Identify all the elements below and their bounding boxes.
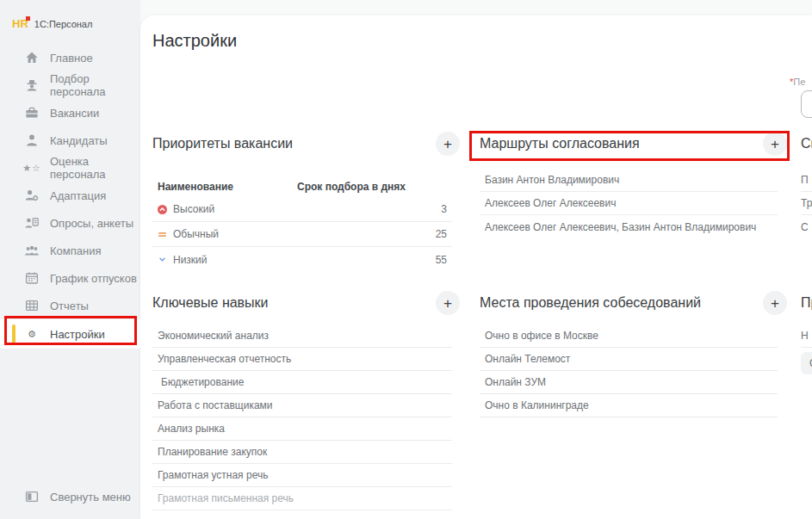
sidebar-item-reports[interactable]: Отчеты <box>0 292 140 319</box>
table-row[interactable]: Низкий 55 <box>152 247 452 272</box>
list-item[interactable]: Онлайн ЗУМ <box>480 371 778 394</box>
list-item[interactable]: Работа с поставщиками <box>152 394 452 417</box>
list-item[interactable]: Очно в офисе в Москве <box>480 324 778 348</box>
list-item[interactable]: Анализ рынка <box>152 417 452 441</box>
calendar-icon <box>24 270 40 286</box>
sidebar-item-label: Компания <box>50 244 102 257</box>
priority-days: 3 <box>441 203 447 215</box>
headhunter-icon <box>24 77 40 93</box>
list-item[interactable]: Алексеев Олег Алексеевич, Базин Антон Вл… <box>480 215 778 238</box>
grid-icon <box>24 298 40 313</box>
list-item[interactable]: Грамотная устная речь <box>152 464 452 487</box>
add-skill-button[interactable]: + <box>436 291 460 315</box>
right-section-2: Пр Н О <box>801 290 812 374</box>
list-item[interactable]: Грамотная письменная речь <box>152 487 452 510</box>
venues-section-header: Места проведения собеседований + <box>480 290 787 316</box>
sidebar-item-candidates[interactable]: Кандидаты <box>0 127 140 154</box>
list-item[interactable]: Базин Антон Владимирович <box>480 169 778 192</box>
list-item[interactable]: С <box>801 215 812 238</box>
priority-name: Низкий <box>173 254 208 266</box>
home-icon <box>24 50 40 65</box>
priorities-title: Приоритеты вакансии <box>152 136 293 151</box>
skills-section: Ключевые навыки + Экономический анализ У… <box>152 290 460 510</box>
sidebar-item-label: Опросы, анкеты <box>50 217 133 230</box>
collapse-menu-icon <box>24 489 40 504</box>
sidebar-item-settings[interactable]: ⚙ Настройки <box>0 319 140 349</box>
required-field-label: *Пе <box>790 77 805 87</box>
list-item[interactable]: Бюджетирование <box>152 371 452 394</box>
page-title: Настройки <box>152 31 237 51</box>
sidebar-item-label: Главное <box>50 52 93 65</box>
right-section-1-title: Сп <box>801 136 812 151</box>
sidebar-item-label: Подбор персонала <box>50 72 140 98</box>
sidebar-item-surveys[interactable]: Опросы, анкеты <box>0 209 140 237</box>
priorities-section: Приоритеты вакансии + Наименование Срок … <box>152 131 460 272</box>
venues-list: Очно в офисе в Москве Онлайн Телемост Он… <box>480 324 778 417</box>
sidebar-item-main[interactable]: Главное <box>0 44 140 71</box>
adaptation-icon <box>24 188 40 203</box>
sidebar-item-vacancies[interactable]: Вакансии <box>0 99 140 127</box>
collapse-menu-button[interactable]: Свернуть меню <box>0 485 131 508</box>
sidebar-item-adaptation[interactable]: Адаптация <box>0 182 140 209</box>
candidate-icon <box>24 133 40 148</box>
list-item[interactable]: Алексеев Олег Алексеевич <box>480 192 778 215</box>
table-row[interactable]: Обычный 25 <box>152 222 452 247</box>
priority-name: Обычный <box>173 228 219 240</box>
right-panel-input[interactable] <box>801 90 812 118</box>
app-logo: HR 1С:Персонал <box>12 17 92 30</box>
stars-icon: ★☆ <box>24 160 40 176</box>
list-item[interactable]: Очно в Калининграде <box>480 394 778 417</box>
sidebar-item-assessment[interactable]: ★☆ Оценка персонала <box>0 154 140 182</box>
right-section-1: Сп П Тр С <box>801 131 812 238</box>
sidebar-item-company[interactable]: Компания <box>0 237 140 264</box>
sidebar-item-label: Оценка персонала <box>50 155 140 181</box>
add-priority-button[interactable]: + <box>436 132 460 156</box>
column-name: Наименование <box>158 181 297 193</box>
priorities-section-header: Приоритеты вакансии + <box>152 131 460 157</box>
skills-list: Экономический анализ Управленческая отче… <box>152 324 452 510</box>
list-item[interactable]: Управленческая отчетность <box>152 348 452 371</box>
list-item[interactable]: Экономический анализ <box>152 324 452 348</box>
survey-icon <box>24 215 40 231</box>
sidebar-item-label: Настройки <box>50 328 105 341</box>
hr-logo-icon: HR <box>12 17 28 30</box>
sidebar-item-label: Отчеты <box>50 300 89 312</box>
column-days: Срок подбора в днях <box>297 181 406 193</box>
selected-pill[interactable]: О <box>801 352 812 374</box>
priority-high-icon <box>158 205 167 214</box>
right-section-2-list: Н О <box>801 324 812 374</box>
add-venue-button[interactable]: + <box>763 291 787 315</box>
routes-section-header: Маршруты согласования + <box>480 131 787 157</box>
sidebar-item-label: Кандидаты <box>50 134 108 147</box>
gear-icon: ⚙ <box>24 326 40 342</box>
priorities-table-header: Наименование Срок подбора в днях <box>152 176 452 197</box>
routes-title: Маршруты согласования <box>480 136 640 151</box>
list-item[interactable]: Планирование закупок <box>152 441 452 464</box>
priority-normal-icon <box>158 230 167 239</box>
right-section-1-list: П Тр С <box>801 169 812 238</box>
table-row[interactable]: Высокий 3 <box>152 197 452 222</box>
venues-section: Места проведения собеседований + Очно в … <box>480 290 787 417</box>
priority-days: 55 <box>436 254 447 266</box>
priority-days: 25 <box>436 228 447 240</box>
settings-page: Настройки Приоритеты вакансии + Наименов… <box>140 15 812 519</box>
sidebar-item-label: График отпусков <box>50 272 137 285</box>
collapse-menu-label: Свернуть меню <box>50 491 131 504</box>
skills-title: Ключевые навыки <box>152 295 269 311</box>
briefcase-icon <box>24 105 40 120</box>
sidebar-item-label: Вакансии <box>50 107 99 120</box>
sidebar-item-vacation-schedule[interactable]: График отпусков <box>0 264 140 292</box>
routes-section: Маршруты согласования + Базин Антон Влад… <box>480 131 787 238</box>
list-item[interactable]: Тр <box>801 192 812 215</box>
skills-section-header: Ключевые навыки + <box>152 290 460 316</box>
sidebar-nav: Главное Подбор персонала Вакансии Кандид… <box>0 44 140 349</box>
sidebar: HR 1С:Персонал Главное Подбор персонала … <box>0 0 140 519</box>
list-item[interactable]: П <box>801 169 812 192</box>
add-route-button[interactable]: + <box>763 132 787 156</box>
list-item[interactable]: Онлайн Телемост <box>480 348 778 371</box>
venues-title: Места проведения собеседований <box>480 295 701 311</box>
brand-title: 1С:Персонал <box>34 19 93 29</box>
sidebar-item-recruiting[interactable]: Подбор персонала <box>0 71 140 99</box>
list-item[interactable]: Н <box>801 324 812 348</box>
priority-low-icon <box>158 255 167 264</box>
